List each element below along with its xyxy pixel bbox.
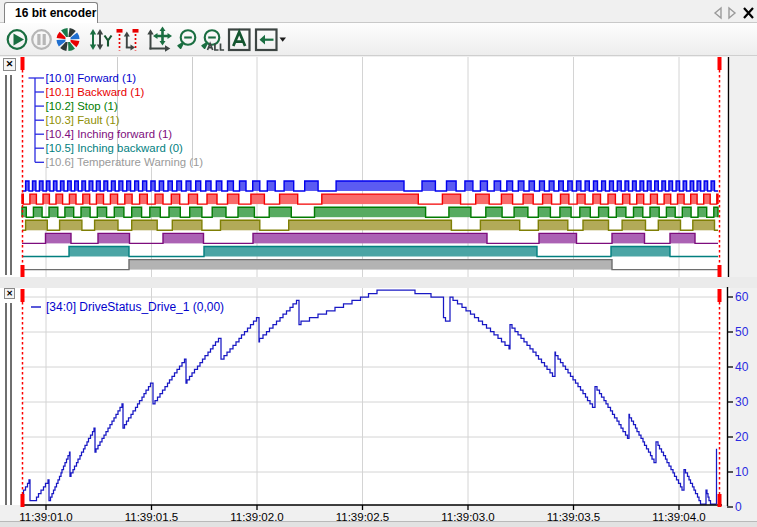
svg-text:20: 20 [735, 430, 749, 444]
svg-text:40: 40 [735, 360, 749, 374]
svg-text:0: 0 [735, 500, 742, 514]
svg-text:50: 50 [735, 325, 749, 339]
svg-text:30: 30 [735, 395, 749, 409]
svg-text:10: 10 [735, 465, 749, 479]
svg-text:60: 60 [735, 290, 749, 304]
